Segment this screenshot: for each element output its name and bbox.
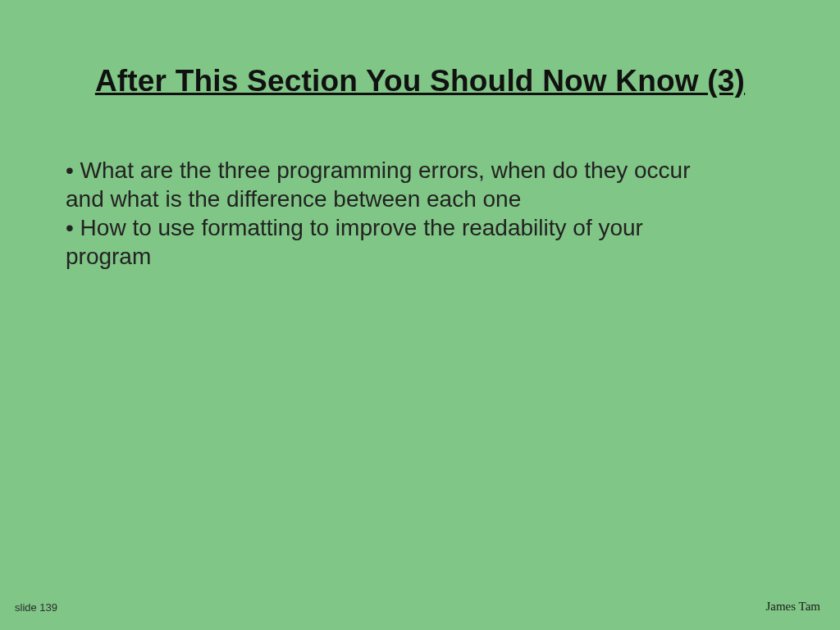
slide-body: • What are the three programming errors,… (56, 156, 784, 271)
bullet-item: • What are the three programming errors,… (56, 156, 784, 185)
author-name: James Tam (765, 600, 820, 614)
bullet-item-continuation: and what is the difference between each … (56, 185, 784, 213)
bullet-item-continuation: program (56, 242, 784, 271)
bullet-item: • How to use formatting to improve the r… (56, 213, 784, 242)
slide-title: After This Section You Should Now Know (… (0, 64, 840, 98)
slide-number: slide 139 (15, 601, 57, 614)
